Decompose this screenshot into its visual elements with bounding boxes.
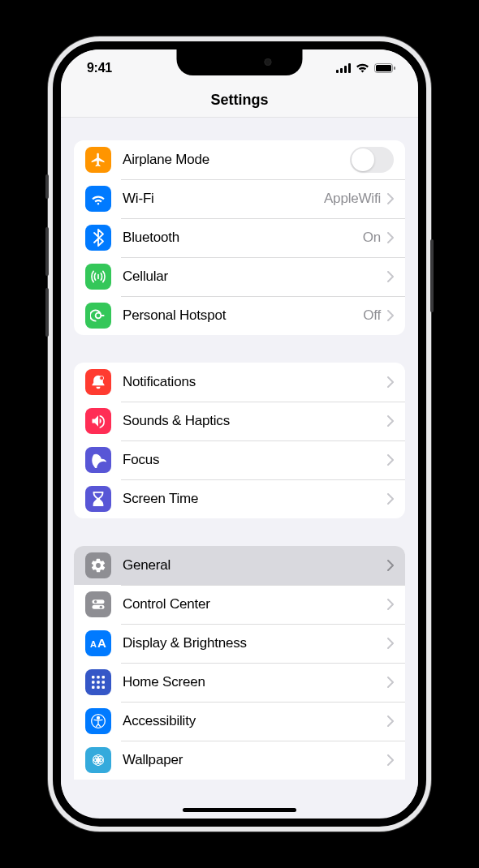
mute-switch[interactable] xyxy=(45,174,49,199)
row-airplane-mode[interactable]: Airplane Mode xyxy=(74,140,405,179)
chevron-right-icon xyxy=(387,638,394,649)
row-label: Wi-Fi xyxy=(123,191,324,207)
svg-rect-19 xyxy=(102,681,106,684)
svg-rect-18 xyxy=(97,681,100,684)
home-indicator[interactable] xyxy=(183,808,296,812)
svg-rect-14 xyxy=(92,676,95,679)
row-label: Home Screen xyxy=(123,674,387,690)
row-label: Personal Hotspot xyxy=(123,307,363,324)
power-button[interactable] xyxy=(430,239,434,312)
chevron-right-icon xyxy=(387,599,394,610)
svg-point-11 xyxy=(100,606,102,608)
row-wifi[interactable]: Wi-Fi AppleWifi xyxy=(74,179,405,218)
row-accessibility[interactable]: Accessibility xyxy=(74,702,405,741)
row-display[interactable]: AA Display & Brightness xyxy=(74,624,405,663)
volume-down-button[interactable] xyxy=(45,288,49,337)
volume-up-button[interactable] xyxy=(45,227,49,276)
row-label: Airplane Mode xyxy=(123,152,350,168)
row-sounds[interactable]: Sounds & Haptics xyxy=(74,402,405,440)
row-label: Display & Brightness xyxy=(123,635,387,651)
airplane-toggle[interactable] xyxy=(350,147,394,173)
svg-rect-3 xyxy=(348,63,351,73)
row-focus[interactable]: Focus xyxy=(74,440,405,479)
row-home-screen[interactable]: Home Screen xyxy=(74,663,405,702)
chevron-right-icon xyxy=(387,376,394,388)
nav-header: Settings xyxy=(61,87,418,118)
row-bluetooth[interactable]: Bluetooth On xyxy=(74,218,405,257)
chevron-right-icon xyxy=(387,310,394,321)
row-label: Control Center xyxy=(123,596,387,612)
general-icon xyxy=(85,552,111,578)
svg-rect-17 xyxy=(92,681,95,684)
focus-icon xyxy=(85,447,111,473)
chevron-right-icon xyxy=(387,560,394,571)
airplane-icon xyxy=(85,147,111,173)
row-label: General xyxy=(123,557,387,574)
hotspot-value: Off xyxy=(363,307,381,324)
svg-point-7 xyxy=(100,376,104,380)
chevron-right-icon xyxy=(387,232,394,243)
chevron-right-icon xyxy=(387,454,394,466)
svg-rect-1 xyxy=(340,68,343,73)
chevron-right-icon xyxy=(387,193,394,204)
chevron-right-icon xyxy=(387,493,394,505)
screen: 9:41 Settings Airplane Mode xyxy=(53,41,426,827)
row-general[interactable]: General xyxy=(74,546,405,585)
battery-icon xyxy=(374,63,395,73)
row-label: Sounds & Haptics xyxy=(123,413,387,429)
row-label: Bluetooth xyxy=(123,230,363,246)
chevron-right-icon xyxy=(387,715,394,727)
status-icons xyxy=(336,63,395,73)
group-connectivity: Airplane Mode Wi-Fi AppleWifi Bluetooth xyxy=(74,140,405,335)
row-notifications[interactable]: Notifications xyxy=(74,363,405,402)
phone-frame: 9:41 Settings Airplane Mode xyxy=(48,37,431,831)
control-center-icon xyxy=(85,591,111,617)
chevron-right-icon xyxy=(387,415,394,427)
chevron-right-icon xyxy=(387,677,394,688)
accessibility-icon xyxy=(85,708,111,734)
svg-rect-6 xyxy=(394,67,395,70)
row-cellular[interactable]: Cellular xyxy=(74,257,405,296)
svg-rect-22 xyxy=(102,686,106,690)
chevron-right-icon xyxy=(387,271,394,282)
svg-text:A: A xyxy=(90,639,97,649)
svg-rect-15 xyxy=(97,676,100,679)
display-icon: AA xyxy=(85,630,111,656)
notifications-icon xyxy=(85,369,111,395)
svg-point-24 xyxy=(97,716,100,719)
row-screentime[interactable]: Screen Time xyxy=(74,479,405,518)
notch xyxy=(177,49,303,75)
wifi-icon xyxy=(85,186,111,212)
svg-rect-0 xyxy=(336,70,339,73)
row-label: Accessibility xyxy=(123,713,387,729)
bluetooth-value: On xyxy=(363,230,381,246)
chevron-right-icon xyxy=(387,754,394,766)
group-general: General Control Center AA Display & Brig… xyxy=(74,546,405,780)
row-hotspot[interactable]: Personal Hotspot Off xyxy=(74,296,405,335)
row-wallpaper[interactable]: Wallpaper xyxy=(74,741,405,780)
settings-list[interactable]: Airplane Mode Wi-Fi AppleWifi Bluetooth xyxy=(61,118,418,814)
cellular-icon xyxy=(336,63,351,73)
wallpaper-icon xyxy=(85,747,111,773)
row-label: Wallpaper xyxy=(123,752,387,768)
hotspot-icon xyxy=(85,303,111,329)
svg-rect-20 xyxy=(92,686,95,690)
svg-rect-5 xyxy=(376,65,391,71)
svg-rect-2 xyxy=(344,66,347,73)
page-title: Settings xyxy=(61,92,418,109)
wifi-status-icon xyxy=(356,63,369,73)
svg-rect-9 xyxy=(93,605,105,609)
row-label: Notifications xyxy=(123,374,387,390)
row-control-center[interactable]: Control Center xyxy=(74,585,405,624)
wifi-value: AppleWifi xyxy=(324,191,381,207)
row-label: Cellular xyxy=(123,269,387,285)
svg-rect-8 xyxy=(93,599,105,604)
home-screen-icon xyxy=(85,669,111,695)
svg-text:A: A xyxy=(97,636,106,650)
sounds-icon xyxy=(85,408,111,434)
svg-rect-21 xyxy=(97,686,100,690)
row-label: Screen Time xyxy=(123,491,387,507)
svg-point-10 xyxy=(94,600,97,603)
svg-rect-16 xyxy=(102,676,106,679)
group-notifications: Notifications Sounds & Haptics Focus xyxy=(74,363,405,518)
